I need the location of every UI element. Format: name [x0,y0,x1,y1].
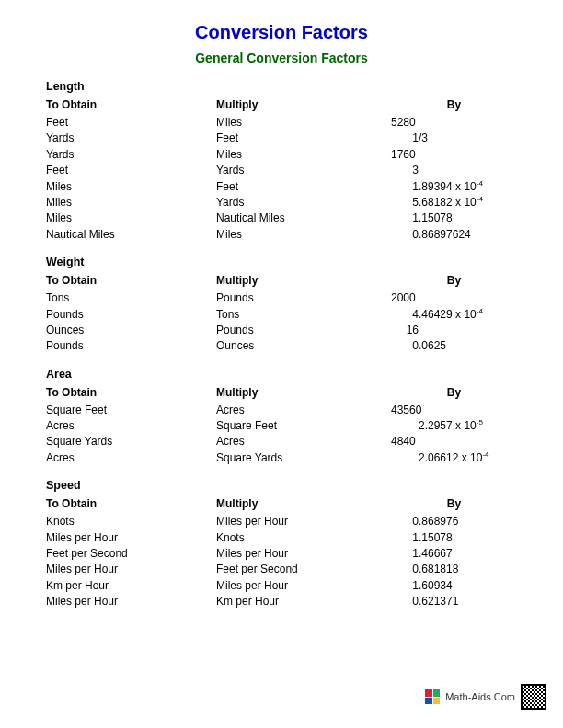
cell-obtain: Yards [46,147,216,163]
cell-multiply: Miles per Hour [216,578,391,594]
cell-by: 1760 [391,147,517,163]
cell-by: 16 [391,323,517,338]
cell-by: 1.60934 [391,578,517,594]
cell-obtain: Miles per Hour [46,562,216,577]
cell-by: 1.15078 [391,210,517,226]
cell-multiply: Yards [216,195,391,210]
header-col: Multiply [216,386,391,399]
table-row: YardsFeet 1/3 [46,131,517,146]
cell-multiply: Miles [216,115,391,131]
cell-obtain: Acres [46,418,216,434]
cell-by: 3 [391,163,517,178]
cell-obtain: Miles per Hour [46,530,216,546]
cell-obtain: Pounds [46,338,216,354]
table-row: YardsMiles1760 [46,147,517,163]
section-speed: SpeedTo ObtainMultiplyByKnotsMiles per H… [46,479,517,609]
cell-obtain: Feet [46,115,216,131]
header-col: Multiply [216,274,391,287]
table-row: AcresSquare Feet 2.2957 x 10-5 [46,418,517,434]
cell-obtain: Ounces [46,323,216,338]
header-col: By [391,274,517,287]
table-row: MilesNautical Miles 1.15078 [46,210,517,226]
cell-obtain: Nautical Miles [46,227,216,243]
cell-by: 2000 [391,290,517,306]
column-headers: To ObtainMultiplyBy [46,386,517,399]
header-col: Multiply [216,497,391,510]
cell-by: 2.2957 x 10-5 [391,418,517,434]
cell-multiply: Nautical Miles [216,210,391,226]
table-row: Nautical MilesMiles 0.86897624 [46,227,517,243]
cell-by: 0.868976 [391,514,517,529]
cell-multiply: Acres [216,434,391,449]
header-col: Multiply [216,98,391,111]
table-row: TonsPounds2000 [46,290,517,306]
cell-multiply: Miles per Hour [216,546,391,562]
cell-by: 0.86897624 [391,227,517,243]
table-row: Miles per HourKm per Hour 0.621371 [46,594,517,609]
table-row: Feet per SecondMiles per Hour 1.46667 [46,546,517,562]
table-row: PoundsTons 4.46429 x 10-4 [46,307,517,323]
cell-multiply: Square Feet [216,418,391,434]
cell-multiply: Knots [216,530,391,546]
header-col: By [391,98,517,111]
cell-by: 4840 [391,434,517,449]
cell-multiply: Feet [216,179,391,195]
section-area: AreaTo ObtainMultiplyBySquare FeetAcres4… [46,368,517,467]
cell-obtain: Miles [46,195,216,210]
cell-multiply: Km per Hour [216,594,391,609]
section-title: Speed [46,479,517,492]
table-row: AcresSquare Yards 2.06612 x 10-4 [46,450,517,466]
cell-by: 0.0625 [391,338,517,354]
cell-obtain: Knots [46,514,216,529]
cell-multiply: Ounces [216,338,391,354]
table-row: Miles per HourKnots 1.15078 [46,530,517,546]
cell-obtain: Miles [46,210,216,226]
page-title: Conversion Factors [46,22,517,43]
header-col: By [391,497,517,510]
cell-by: 2.06612 x 10-4 [391,450,517,466]
header-col: To Obtain [46,98,216,111]
cell-obtain: Square Feet [46,403,216,418]
cell-by: 5.68182 x 10-4 [391,195,517,210]
table-row: Km per HourMiles per Hour 1.60934 [46,578,517,594]
table-row: MilesFeet 1.89394 x 10-4 [46,179,517,195]
cell-by: 0.621371 [391,594,517,609]
cell-by: 1.15078 [391,530,517,546]
header-col: To Obtain [46,497,216,510]
cell-multiply: Pounds [216,290,391,306]
cell-multiply: Tons [216,307,391,323]
cell-multiply: Yards [216,163,391,178]
cell-obtain: Km per Hour [46,578,216,594]
table-row: KnotsMiles per Hour 0.868976 [46,514,517,529]
cell-obtain: Yards [46,131,216,146]
column-headers: To ObtainMultiplyBy [46,497,517,510]
section-title: Area [46,368,517,381]
cell-by: 1/3 [391,131,517,146]
cell-obtain: Miles per Hour [46,594,216,609]
qr-code-icon [521,684,546,710]
cell-by: 4.46429 x 10-4 [391,307,517,323]
column-headers: To ObtainMultiplyBy [46,98,517,111]
cell-obtain: Square Yards [46,434,216,449]
section-weight: WeightTo ObtainMultiplyByTonsPounds2000P… [46,256,517,355]
footer-site: Math-Aids.Com [445,691,515,702]
header-col: To Obtain [46,274,216,287]
table-row: Square YardsAcres4840 [46,434,517,449]
cell-by: 5280 [391,115,517,131]
column-headers: To ObtainMultiplyBy [46,274,517,287]
section-length: LengthTo ObtainMultiplyByFeetMiles5280Ya… [46,80,517,243]
cell-obtain: Acres [46,450,216,466]
cell-multiply: Square Yards [216,450,391,466]
cell-multiply: Pounds [216,323,391,338]
cell-multiply: Feet per Second [216,562,391,577]
cell-obtain: Feet [46,163,216,178]
cell-by: 43560 [391,403,517,418]
section-title: Length [46,80,517,93]
table-row: FeetMiles5280 [46,115,517,131]
cell-multiply: Acres [216,403,391,418]
page-subtitle: General Conversion Factors [46,51,517,65]
cell-multiply: Miles [216,147,391,163]
cell-obtain: Pounds [46,307,216,323]
cell-multiply: Feet [216,131,391,146]
table-row: FeetYards 3 [46,163,517,178]
